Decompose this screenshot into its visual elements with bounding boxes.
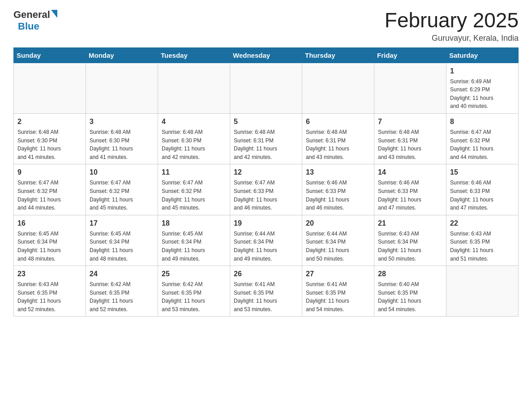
day-number: 18 xyxy=(162,218,226,229)
day-info: Sunrise: 6:40 AM Sunset: 6:35 PM Dayligh… xyxy=(378,280,442,313)
week-row-1: 1Sunrise: 6:49 AM Sunset: 6:29 PM Daylig… xyxy=(14,63,519,113)
day-number: 21 xyxy=(378,218,442,229)
day-info: Sunrise: 6:43 AM Sunset: 6:35 PM Dayligh… xyxy=(17,280,82,313)
calendar-cell xyxy=(230,63,302,113)
calendar-cell: 15Sunrise: 6:46 AM Sunset: 6:33 PM Dayli… xyxy=(446,164,519,215)
day-number: 12 xyxy=(234,167,298,178)
page-header: General Blue February 2025 Guruvayur, Ke… xyxy=(13,9,519,43)
day-number: 25 xyxy=(162,269,226,279)
day-info: Sunrise: 6:45 AM Sunset: 6:34 PM Dayligh… xyxy=(162,230,226,263)
day-info: Sunrise: 6:47 AM Sunset: 6:32 PM Dayligh… xyxy=(450,128,515,161)
day-info: Sunrise: 6:46 AM Sunset: 6:33 PM Dayligh… xyxy=(450,179,515,212)
day-info: Sunrise: 6:42 AM Sunset: 6:35 PM Dayligh… xyxy=(162,280,226,313)
day-number: 23 xyxy=(17,269,82,279)
day-number: 19 xyxy=(234,218,298,229)
calendar-cell: 28Sunrise: 6:40 AM Sunset: 6:35 PM Dayli… xyxy=(374,266,446,317)
calendar-cell: 4Sunrise: 6:48 AM Sunset: 6:30 PM Daylig… xyxy=(158,113,230,164)
day-info: Sunrise: 6:47 AM Sunset: 6:33 PM Dayligh… xyxy=(234,179,298,212)
calendar-cell: 5Sunrise: 6:48 AM Sunset: 6:31 PM Daylig… xyxy=(230,113,302,164)
day-info: Sunrise: 6:48 AM Sunset: 6:30 PM Dayligh… xyxy=(162,128,226,161)
logo-arrow-icon xyxy=(51,10,57,18)
calendar-cell xyxy=(446,266,519,317)
calendar-cell xyxy=(374,63,446,113)
week-row-3: 9Sunrise: 6:47 AM Sunset: 6:32 PM Daylig… xyxy=(14,164,519,215)
calendar-cell: 19Sunrise: 6:44 AM Sunset: 6:34 PM Dayli… xyxy=(230,215,302,265)
day-info: Sunrise: 6:48 AM Sunset: 6:31 PM Dayligh… xyxy=(378,128,442,161)
day-number: 26 xyxy=(234,269,298,279)
calendar-cell xyxy=(302,63,374,113)
day-info: Sunrise: 6:41 AM Sunset: 6:35 PM Dayligh… xyxy=(234,280,298,313)
calendar-cell xyxy=(158,63,230,113)
calendar-cell: 27Sunrise: 6:41 AM Sunset: 6:35 PM Dayli… xyxy=(302,266,374,317)
day-number: 6 xyxy=(306,116,370,127)
calendar-cell: 24Sunrise: 6:42 AM Sunset: 6:35 PM Dayli… xyxy=(86,266,158,317)
day-info: Sunrise: 6:44 AM Sunset: 6:34 PM Dayligh… xyxy=(234,230,298,263)
day-info: Sunrise: 6:48 AM Sunset: 6:31 PM Dayligh… xyxy=(306,128,370,161)
calendar-cell: 26Sunrise: 6:41 AM Sunset: 6:35 PM Dayli… xyxy=(230,266,302,317)
day-info: Sunrise: 6:48 AM Sunset: 6:31 PM Dayligh… xyxy=(234,128,298,161)
calendar-cell: 3Sunrise: 6:48 AM Sunset: 6:30 PM Daylig… xyxy=(86,113,158,164)
day-info: Sunrise: 6:47 AM Sunset: 6:32 PM Dayligh… xyxy=(17,179,82,212)
calendar-cell: 7Sunrise: 6:48 AM Sunset: 6:31 PM Daylig… xyxy=(374,113,446,164)
day-number: 11 xyxy=(162,167,226,178)
calendar-cell: 6Sunrise: 6:48 AM Sunset: 6:31 PM Daylig… xyxy=(302,113,374,164)
day-number: 13 xyxy=(306,167,370,178)
weekday-header-sunday: Sunday xyxy=(14,47,86,63)
day-number: 20 xyxy=(306,218,370,229)
title-area: February 2025 Guruvayur, Kerala, India xyxy=(385,9,519,43)
day-info: Sunrise: 6:47 AM Sunset: 6:32 PM Dayligh… xyxy=(90,179,154,212)
day-number: 14 xyxy=(378,167,442,178)
day-number: 3 xyxy=(90,116,154,127)
calendar-cell xyxy=(86,63,158,113)
day-info: Sunrise: 6:45 AM Sunset: 6:34 PM Dayligh… xyxy=(17,230,82,263)
logo-blue: Blue xyxy=(18,21,39,32)
day-info: Sunrise: 6:43 AM Sunset: 6:35 PM Dayligh… xyxy=(450,230,515,263)
day-number: 17 xyxy=(90,218,154,229)
weekday-header-tuesday: Tuesday xyxy=(158,47,230,63)
calendar-cell: 23Sunrise: 6:43 AM Sunset: 6:35 PM Dayli… xyxy=(14,266,86,317)
day-info: Sunrise: 6:48 AM Sunset: 6:30 PM Dayligh… xyxy=(17,128,82,161)
day-info: Sunrise: 6:46 AM Sunset: 6:33 PM Dayligh… xyxy=(306,179,370,212)
calendar-cell: 10Sunrise: 6:47 AM Sunset: 6:32 PM Dayli… xyxy=(86,164,158,215)
weekday-header-row: SundayMondayTuesdayWednesdayThursdayFrid… xyxy=(14,47,519,63)
day-number: 1 xyxy=(450,66,515,77)
day-info: Sunrise: 6:47 AM Sunset: 6:32 PM Dayligh… xyxy=(162,179,226,212)
day-info: Sunrise: 6:49 AM Sunset: 6:29 PM Dayligh… xyxy=(450,77,515,111)
day-number: 7 xyxy=(378,116,442,127)
calendar-cell: 11Sunrise: 6:47 AM Sunset: 6:32 PM Dayli… xyxy=(158,164,230,215)
calendar-cell: 12Sunrise: 6:47 AM Sunset: 6:33 PM Dayli… xyxy=(230,164,302,215)
weekday-header-thursday: Thursday xyxy=(302,47,374,63)
day-number: 2 xyxy=(17,116,82,127)
calendar-cell: 21Sunrise: 6:43 AM Sunset: 6:34 PM Dayli… xyxy=(374,215,446,265)
day-number: 15 xyxy=(450,167,515,178)
calendar-cell: 9Sunrise: 6:47 AM Sunset: 6:32 PM Daylig… xyxy=(14,164,86,215)
calendar-cell: 1Sunrise: 6:49 AM Sunset: 6:29 PM Daylig… xyxy=(446,63,519,113)
calendar-cell: 8Sunrise: 6:47 AM Sunset: 6:32 PM Daylig… xyxy=(446,113,519,164)
day-info: Sunrise: 6:41 AM Sunset: 6:35 PM Dayligh… xyxy=(306,280,370,313)
day-number: 4 xyxy=(162,116,226,127)
calendar-cell: 20Sunrise: 6:44 AM Sunset: 6:34 PM Dayli… xyxy=(302,215,374,265)
day-number: 8 xyxy=(450,116,515,127)
calendar-cell: 18Sunrise: 6:45 AM Sunset: 6:34 PM Dayli… xyxy=(158,215,230,265)
logo: General Blue xyxy=(13,9,57,32)
weekday-header-saturday: Saturday xyxy=(446,47,519,63)
logo-general: General xyxy=(13,9,50,21)
month-title: February 2025 xyxy=(385,9,519,32)
day-number: 10 xyxy=(90,167,154,178)
day-number: 5 xyxy=(234,116,298,127)
day-info: Sunrise: 6:48 AM Sunset: 6:30 PM Dayligh… xyxy=(90,128,154,161)
calendar-cell: 22Sunrise: 6:43 AM Sunset: 6:35 PM Dayli… xyxy=(446,215,519,265)
calendar-cell: 16Sunrise: 6:45 AM Sunset: 6:34 PM Dayli… xyxy=(14,215,86,265)
day-number: 24 xyxy=(90,269,154,279)
calendar-cell xyxy=(14,63,86,113)
calendar-table: SundayMondayTuesdayWednesdayThursdayFrid… xyxy=(13,47,519,317)
calendar-cell: 17Sunrise: 6:45 AM Sunset: 6:34 PM Dayli… xyxy=(86,215,158,265)
week-row-4: 16Sunrise: 6:45 AM Sunset: 6:34 PM Dayli… xyxy=(14,215,519,265)
weekday-header-wednesday: Wednesday xyxy=(230,47,302,63)
day-info: Sunrise: 6:45 AM Sunset: 6:34 PM Dayligh… xyxy=(90,230,154,263)
day-number: 28 xyxy=(378,269,442,279)
day-number: 16 xyxy=(17,218,82,229)
week-row-5: 23Sunrise: 6:43 AM Sunset: 6:35 PM Dayli… xyxy=(14,266,519,317)
calendar-cell: 13Sunrise: 6:46 AM Sunset: 6:33 PM Dayli… xyxy=(302,164,374,215)
day-info: Sunrise: 6:43 AM Sunset: 6:34 PM Dayligh… xyxy=(378,230,442,263)
